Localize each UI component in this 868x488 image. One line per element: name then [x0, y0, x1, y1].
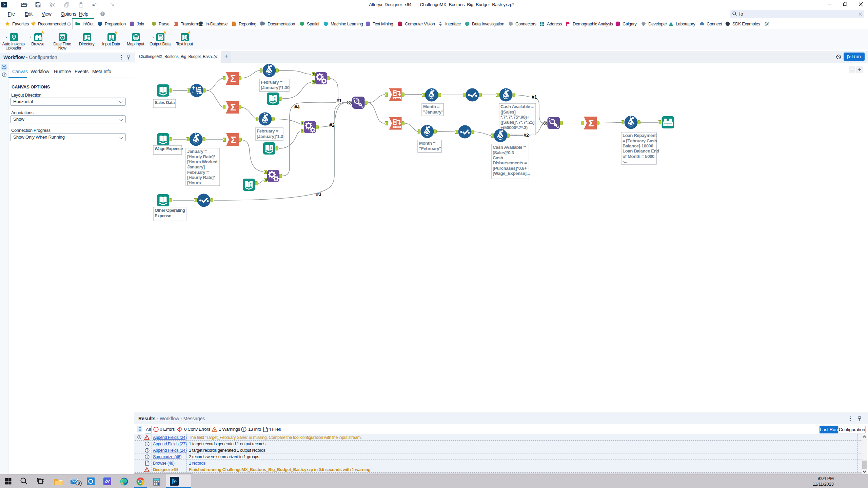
svg-text:February =: February = [261, 80, 282, 85]
svg-text:Month =: Month = [423, 104, 440, 109]
svg-text:February =: February = [187, 170, 209, 175]
svg-text:([Sales]: ([Sales] [500, 109, 515, 115]
svg-text:Other Operating: Other Operating [155, 208, 185, 213]
svg-text:[Hours...: [Hours... [187, 180, 204, 185]
svg-text:#2: #2 [329, 122, 335, 128]
svg-text:S: S [301, 129, 303, 133]
svg-text:[Hourly Rate]*: [Hourly Rate]* [187, 154, 216, 159]
svg-text:[Hours Worked -: [Hours Worked - [187, 159, 220, 164]
svg-text:i: i [69, 22, 70, 25]
svg-text:Month =: Month = [419, 141, 436, 146]
svg-text:#3: #3 [316, 191, 321, 197]
svg-text:?: ? [138, 435, 140, 439]
svg-text:Disbursements =: Disbursements = [493, 160, 527, 165]
svg-text:Wage Expense: Wage Expense [155, 146, 183, 151]
svg-text:T: T [313, 73, 315, 76]
svg-text:February =: February = [257, 128, 278, 134]
svg-text:Loan Balance End: Loan Balance End [623, 148, 659, 154]
svg-text:Loan Repayment: Loan Repayment [623, 133, 657, 138]
svg-text:January =: January = [187, 149, 207, 154]
svg-text:*.7*.7*.75*.98)+: *.7*.7*.75*.98)+ [500, 115, 530, 120]
svg-text:Balance]-10000: Balance]-10000 [623, 143, 653, 148]
svg-text:S: S [313, 81, 315, 84]
svg-text:"February": "February" [419, 146, 441, 151]
svg-text:= [February Cash: = [February Cash [623, 138, 657, 143]
svg-text:+(50000*.7*.3): +(50000*.7*.3) [500, 125, 528, 130]
svg-text:#1: #1 [532, 94, 537, 100]
svg-text:([Sales]*.7*.7*.25): ([Sales]*.7*.7*.25) [500, 120, 534, 125]
svg-text:T: T [301, 121, 303, 125]
svg-text:of Month = 5000: of Month = 5000 [623, 154, 654, 159]
svg-text:"January": "January" [423, 109, 443, 115]
svg-text:-...: -... [623, 159, 627, 164]
svg-text:Expense: Expense [155, 213, 171, 218]
svg-text:January]: January] [187, 164, 205, 169]
svg-text:#1: #1 [336, 98, 342, 103]
svg-text:?: ? [3, 73, 5, 76]
svg-text:[January]*1.3: [January]*1.3 [257, 134, 283, 139]
svg-text:[January]*1.30: [January]*1.30 [261, 85, 290, 90]
svg-text:[Hourly Rate]*: [Hourly Rate]* [187, 175, 216, 180]
svg-text:[Wage_Expense]...: [Wage_Expense]... [493, 171, 530, 176]
svg-text:Cash: Cash [493, 155, 503, 160]
svg-text:T: T [265, 170, 267, 174]
svg-text:Cash Available =: Cash Available = [493, 145, 526, 150]
svg-text:#4: #4 [294, 104, 300, 110]
svg-text:[Sales]*0.3: [Sales]*0.3 [493, 150, 514, 155]
svg-text:[Purchases]*0.6+: [Purchases]*0.6+ [493, 166, 527, 171]
svg-text:Cash Available =: Cash Available = [500, 104, 534, 109]
svg-text:S: S [265, 178, 267, 182]
svg-text:#2: #2 [524, 133, 529, 138]
svg-text:Sales Data: Sales Data [155, 100, 175, 105]
